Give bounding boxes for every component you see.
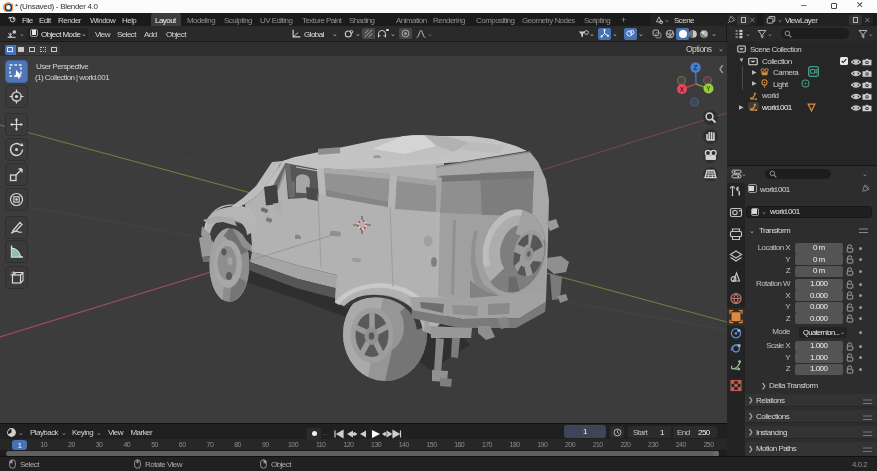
svg-text:X: X bbox=[680, 86, 685, 93]
svg-text:Y: Y bbox=[706, 85, 711, 92]
svg-text:Z: Z bbox=[694, 64, 698, 71]
